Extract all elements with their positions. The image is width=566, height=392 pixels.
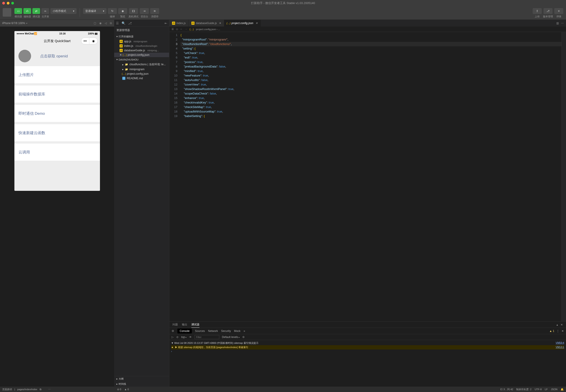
tab-debugger[interactable]: 调试器 [191,322,199,328]
bookmark-icon[interactable]: ◇ [176,28,178,31]
page-path[interactable]: pages/index/index [17,388,37,391]
collapse-icon[interactable]: ⇤ [165,21,167,25]
errors-count[interactable]: ⊘ 0 [117,388,121,391]
clear-icon[interactable]: ⊘ [176,336,179,339]
timeline-section[interactable]: ▸ 时间线 [114,381,169,387]
close-window[interactable] [2,2,5,4]
more-tabs-icon[interactable]: » [244,329,245,333]
kebab-icon[interactable]: ⋮ [557,329,559,333]
openid-link[interactable]: 点击获取 openid [40,54,68,59]
simulator-button[interactable]: ▭ [14,8,22,14]
compile-mode-select[interactable]: 普通编译▾ [83,8,106,14]
mock-tab[interactable]: Mock [234,329,241,333]
tree-item[interactable]: ▸ 📁miniprogram [114,67,169,71]
warnings-count[interactable]: ▲ 0 [124,388,129,391]
levels-select[interactable]: Default levels [222,336,240,339]
clear-cache-button[interactable]: ≋ [150,8,159,14]
tree-item[interactable]: {…}project.config.json [114,71,169,76]
search-icon[interactable]: 🔍 [122,21,125,25]
cursor-position[interactable]: 行 3，列 42 [500,388,513,391]
battery-icon: 100% ▮▮ [88,32,98,35]
mode-select[interactable]: 小程序模式▾ [50,8,77,14]
cloud-button[interactable]: ∞ [42,8,49,14]
user-avatar[interactable] [3,8,11,17]
list-icon[interactable]: ☰ [171,28,174,31]
editor-button[interactable]: ‹/› [23,8,31,14]
open-editor-item[interactable]: JSapp.jsminiprogram [114,39,169,44]
simulator-panel: iPhone 6/7/8 100% ▢ ◉ ◁ ⧉ ●●●●● WeChat📶 … [0,20,114,387]
console-tab[interactable]: Console [177,329,192,334]
tab-output[interactable]: 输出 [182,322,187,327]
open-editor-item[interactable]: JSindex.jscloudfunctions/login [114,44,169,48]
close-icon[interactable]: ✕ [255,22,258,25]
target-icon[interactable]: ◉ [89,38,98,44]
scope-select[interactable]: top [181,336,186,339]
list-item[interactable]: 云调用 [14,144,100,161]
sources-tab[interactable]: Sources [195,329,205,333]
upload-button[interactable]: ↥ [533,8,542,14]
code-editor[interactable]: 12345678910111213141516171819 { "minipro… [169,32,566,321]
close-icon[interactable]: ✕ [562,329,564,333]
eye-icon[interactable]: 👁 [189,336,192,339]
list-item[interactable]: 前端操作数据库 [14,85,100,103]
network-tab[interactable]: Network [208,329,218,333]
tree-item[interactable]: ▸ 📁cloudfunctions | 当前环境: te... [114,62,169,67]
minimap[interactable] [562,32,566,321]
editor-area: JSindex.jsJSdatabaseGuide.js✕{…}project.… [169,20,566,387]
outline-section[interactable]: ▸ 大纲 [114,376,169,381]
open-editor-item[interactable]: JSdatabaseGuide.jsminiprog... [114,48,169,53]
branch-icon[interactable]: ⎇ [128,21,132,25]
gear-icon[interactable]: ⚙ [242,336,245,339]
encoding[interactable]: UTF-8 [535,388,542,391]
editor-tab[interactable]: {…}project.config.json✕ [224,20,261,27]
inspect-icon[interactable]: ⯐ [171,329,174,333]
play-icon[interactable]: ▷ [171,336,174,339]
copy-icon[interactable]: ⧉ [40,388,42,391]
background-button[interactable]: ⇥ [140,8,149,14]
source-link[interactable]: VM13:1 [556,346,564,349]
detach-icon[interactable]: ⧉ [110,22,112,25]
record-icon[interactable]: ◉ [99,22,101,25]
chevron-up-icon[interactable]: ▴ [557,323,558,326]
compile-button[interactable]: ↻ [108,8,117,14]
close-icon[interactable]: ✕ [219,22,221,25]
list-item[interactable]: 快速新建云函数 [14,124,100,141]
nav-title: 云开发 QuickStart [44,39,71,43]
close-icon[interactable]: ✕ [561,323,563,326]
language[interactable]: JSON [551,388,557,391]
list-item[interactable]: 上传图片 [14,66,100,83]
menu-icon[interactable]: ••• [81,38,89,44]
back-icon[interactable]: ← [180,28,183,31]
preview-button[interactable]: ◉ [118,8,127,14]
minimize-window[interactable] [7,2,9,4]
open-editors-section[interactable]: ▾ 打开的编辑器 [114,34,169,39]
breadcrumb-path[interactable]: project.config.json › ... [196,28,220,31]
version-button[interactable]: ⎇ [543,8,552,14]
console-output[interactable]: ▼ Wed Jul 08 2020 15:13:37 GMT+0800 (中国标… [169,340,566,387]
open-editor-item[interactable]: ✕ {…}project.config.json [114,53,169,57]
source-link[interactable]: VM59:4 [556,341,564,345]
tab-problems[interactable]: 问题 [172,322,178,327]
filter-input[interactable] [195,335,219,339]
eol[interactable]: LF [545,388,548,391]
editor-tab[interactable]: JSindex.js [169,20,189,27]
debugger-button[interactable]: ⇄ [32,8,40,14]
device-select[interactable]: iPhone 6/7/8 100% [2,22,27,25]
more-icon[interactable]: ⋯ [48,388,51,391]
remote-debug-button[interactable]: ⟪⟫ [129,8,138,14]
tree-item[interactable]: ⓘREADME.md [114,76,169,81]
files-icon[interactable]: ☰ [116,21,119,25]
detail-button[interactable]: ≡ [554,8,563,14]
security-tab[interactable]: Security [221,329,231,333]
editor-tab[interactable]: JSdatabaseGuide.js✕ [189,20,224,27]
tab-size[interactable]: 制表符长度: 2 [516,388,531,391]
maximize-window[interactable] [11,2,14,4]
rotate-icon[interactable]: ▢ [94,22,96,25]
split-icon[interactable]: ▥ [556,22,559,25]
send-icon[interactable]: ◁ [105,22,107,25]
bell-icon[interactable]: 🔔 [561,388,564,391]
forward-icon[interactable]: → [185,28,187,31]
project-section[interactable]: ▾ DAXINZHUSHOU [114,57,169,62]
list-item[interactable]: 即时通信 Demo [14,105,100,122]
more-icon[interactable]: ⋯ [561,22,564,25]
